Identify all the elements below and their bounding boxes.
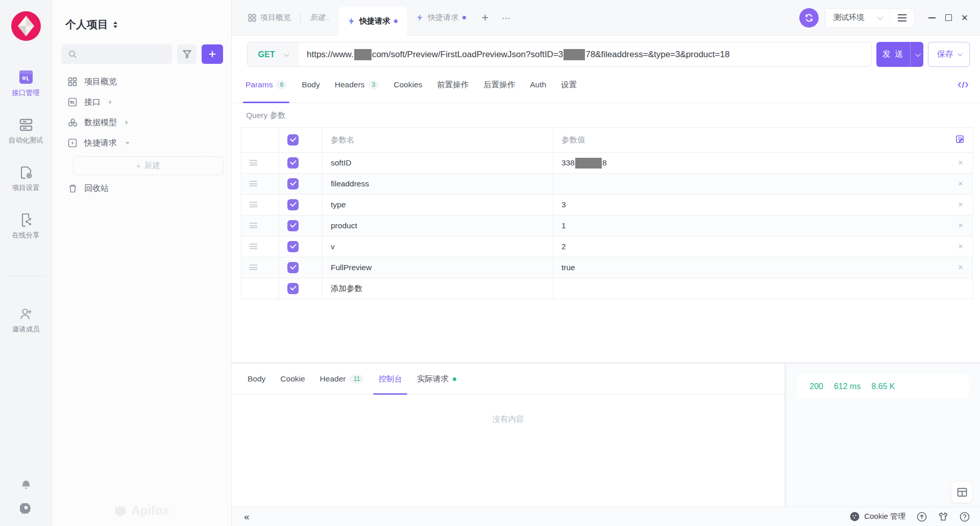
param-checkbox[interactable] [287,262,299,273]
tab-cookies[interactable]: Cookies [394,67,422,103]
tab-overflow-button[interactable]: … [495,12,517,23]
tab-headers[interactable]: Headers 3 [335,67,379,103]
sidebar-item-apis[interactable]: 接口 [52,92,231,112]
delete-param-icon[interactable]: × [957,179,964,189]
tab-auth[interactable]: Auth [530,67,546,103]
url-input[interactable]: https://www. com/soft/Preview/FirstLoadP… [299,42,871,66]
param-name[interactable]: type [323,195,553,216]
param-value[interactable]: 3 [561,200,957,209]
help-icon[interactable] [960,512,970,522]
drag-handle[interactable] [250,223,257,228]
delete-param-icon[interactable]: × [957,262,964,273]
chevron-down-icon [877,14,883,19]
param-value[interactable]: 338 8 [561,158,957,169]
param-checkbox[interactable] [287,241,299,252]
param-name[interactable]: v [323,236,553,257]
add-param-placeholder[interactable]: 添加参数 [323,278,553,299]
notifications-bell-icon[interactable] [20,479,32,491]
tab-pre-processors[interactable]: 前置操作 [437,67,469,103]
sidebar-item-data-models[interactable]: 数据模型 [52,112,231,133]
param-name[interactable]: fileaddress [323,174,553,195]
rail-item-invite-members[interactable]: 邀请成员 [12,307,40,334]
param-checkbox[interactable] [287,178,299,189]
tab-response-header[interactable]: Header 11 [320,364,364,395]
window-minimize-button[interactable] [924,8,940,28]
delete-param-icon[interactable]: × [957,242,964,252]
theme-shirt-icon[interactable] [938,512,948,521]
param-name[interactable]: product [323,216,553,236]
drag-handle[interactable] [250,265,257,270]
lightning-icon [67,138,78,148]
param-checkbox[interactable] [287,283,299,294]
search-input[interactable] [61,44,172,64]
watermark-text: Apifox [131,504,169,518]
doc-tab-quick-request-active[interactable]: 快捷请求 [338,7,407,36]
rail-item-project-settings[interactable]: 项目设置 [12,165,40,193]
tab-post-processors[interactable]: 后置操作 [483,67,515,103]
param-value[interactable]: true [561,263,957,272]
tab-console[interactable]: 控制台 [378,364,402,395]
tab-settings[interactable]: 设置 [561,67,577,103]
sync-button[interactable] [799,8,819,28]
cookie-manager-button[interactable]: Cookie 管理 [850,512,905,521]
tab-label: Auth [530,80,546,89]
save-button[interactable]: 保存 [928,42,970,67]
send-options-arrow[interactable] [910,42,923,67]
param-checkbox[interactable] [287,199,299,210]
sidebar-item-recycle-bin[interactable]: 回收站 [52,178,231,199]
delete-param-icon[interactable]: × [957,158,964,168]
chevron-down-icon [915,51,920,56]
rail-item-automated-testing[interactable]: 自动化测试 [9,118,43,145]
collapse-sidebar-button[interactable]: « [244,512,250,521]
drag-handle[interactable] [250,181,257,186]
delete-param-icon[interactable]: × [957,200,964,210]
param-checkbox[interactable] [287,157,299,169]
filter-button[interactable] [177,44,197,64]
rail-item-label: 在线分享 [12,231,40,240]
new-request-button[interactable]: + 新建 [73,156,224,175]
doc-tab-draft[interactable]: 新建.. [301,0,338,36]
project-switcher[interactable]: 个人项目 [65,17,117,32]
drag-handle[interactable] [250,244,257,249]
sidebar-item-project-overview[interactable]: 项目概览 [52,71,231,92]
statusbar-right: Cookie 管理 [850,512,970,522]
code-view-icon[interactable] [958,80,969,89]
tab-body[interactable]: Body [302,67,320,103]
app-logo[interactable] [11,11,41,41]
layout-toggle-button[interactable] [951,482,972,503]
apifox-watermark: Apifox [52,504,231,518]
environment-selector[interactable]: 测试环境 [825,13,890,22]
upload-circle-icon[interactable] [917,512,927,522]
doc-tab-project-overview[interactable]: 项目概览 [239,0,300,36]
send-button[interactable]: 发 送 [876,42,923,67]
tab-params[interactable]: Params 6 [246,67,287,103]
new-request-label: 新建 [144,160,160,171]
add-new-button[interactable] [202,44,223,64]
environment-menu-button[interactable] [890,14,914,21]
rail-item-online-share[interactable]: 在线分享 [12,213,40,240]
window-close-button[interactable]: × [957,8,973,28]
plus-icon: + [136,161,141,171]
bulk-edit-icon[interactable] [955,135,964,144]
param-name[interactable]: softID [323,153,553,174]
select-all-checkbox[interactable] [287,134,299,146]
sidebar-item-quick-requests[interactable]: 快捷请求 [52,133,231,153]
param-value[interactable]: 2 [561,242,957,251]
param-checkbox[interactable] [287,220,299,231]
param-name[interactable]: FullPreview [323,257,553,278]
tab-response-cookie[interactable]: Cookie [280,364,305,395]
drag-handle[interactable] [250,202,257,207]
method-selector[interactable]: GET [248,42,299,66]
settings-gear-icon[interactable] [20,501,32,514]
doc-tab-quick-request[interactable]: 快捷请求 [407,0,475,36]
rail-item-api-management[interactable]: 接口管理 [12,69,40,98]
sidebar-item-label: 接口 [84,97,101,108]
tab-actual-request[interactable]: 实际请求 [417,364,456,395]
param-row: softID 338 8 × [241,153,973,174]
tab-response-body[interactable]: Body [248,364,265,395]
new-tab-button[interactable] [475,14,495,21]
param-value[interactable]: 1 [561,221,957,230]
delete-param-icon[interactable]: × [957,221,964,231]
drag-handle[interactable] [250,160,257,165]
window-maximize-button[interactable] [940,8,957,28]
